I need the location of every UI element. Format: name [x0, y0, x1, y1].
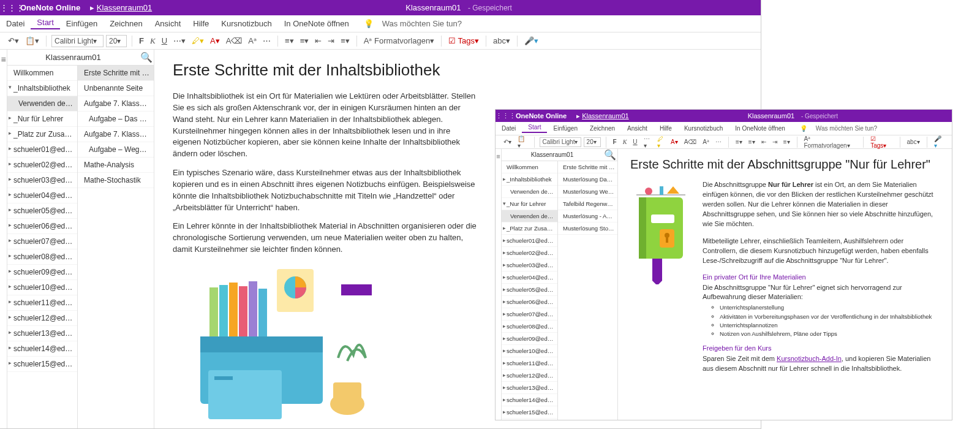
font-color-button[interactable]: A▾: [669, 139, 680, 145]
tellme-input[interactable]: Was möchten Sie tun?: [382, 19, 462, 28]
font-family-select[interactable]: Calibri Light ▾: [51, 35, 104, 47]
breadcrumb[interactable]: ▸ Klassenraum01: [571, 112, 634, 120]
nav-toggle[interactable]: ≡: [0, 50, 7, 428]
menu-hilfe[interactable]: Hilfe: [187, 19, 215, 28]
section-item[interactable]: ▸schueler01@edu.surfa…: [502, 235, 557, 247]
menu-ansicht[interactable]: Ansicht: [621, 125, 654, 132]
format-painter-button[interactable]: Aᵃ: [246, 36, 258, 45]
outdent-button[interactable]: ⇤: [313, 36, 323, 45]
menu-datei[interactable]: Datei: [496, 125, 522, 132]
page-item[interactable]: Mathe-Stochastik: [78, 173, 154, 188]
more-button[interactable]: ⋯: [714, 139, 723, 145]
app-launcher-icon[interactable]: ⋮⋮⋮: [0, 3, 15, 12]
section-item[interactable]: ▸schueler13@edu.surfa…: [502, 382, 557, 394]
section-item[interactable]: ▸_Platz zur Zusammena…: [7, 127, 77, 142]
dictate-button[interactable]: 🎤▾: [522, 36, 540, 45]
page-item[interactable]: Musterlösung Das Konserv…: [558, 173, 617, 186]
align-button[interactable]: ≡▾: [339, 36, 352, 45]
section-item[interactable]: ▸schueler12@edu.surfa…: [502, 370, 557, 382]
app-launcher-icon[interactable]: ⋮⋮⋮: [496, 112, 511, 120]
menu-in-onenote-öffnen[interactable]: In OneNote öffnen: [278, 19, 355, 28]
highlight-button[interactable]: 🖊▾: [190, 36, 206, 45]
page-item[interactable]: Aufgabe 7. Klasse Geograp…: [78, 127, 154, 142]
italic-button[interactable]: K: [621, 139, 629, 145]
bullets-button[interactable]: ≡▾: [283, 36, 296, 45]
section-item[interactable]: ▸schueler02@edu.surfa…: [502, 247, 557, 259]
bold-button[interactable]: F: [611, 139, 619, 145]
align-button[interactable]: ≡▾: [782, 139, 792, 145]
bold-button[interactable]: F: [137, 36, 146, 45]
breadcrumb-link[interactable]: Klassenraum01: [97, 3, 152, 12]
section-item[interactable]: ▸schueler13@edu.surfa…: [7, 326, 77, 341]
more-button[interactable]: ⋯: [261, 36, 273, 45]
section-item[interactable]: ▸schueler03@edu.surfa…: [7, 173, 77, 188]
section-item[interactable]: ▸schueler14@edu.surfa…: [502, 394, 557, 406]
styles-button[interactable]: Aᵃ Formatvorlagen▾: [362, 36, 436, 45]
section-item[interactable]: ▸schueler14@edu.surfa…: [7, 341, 77, 357]
breadcrumb[interactable]: ▸ Klassenraum01: [85, 3, 157, 12]
section-item[interactable]: ▸_Inhaltsbibliothek: [502, 173, 557, 186]
clear-format-button[interactable]: A⌫: [224, 36, 244, 45]
numbering-button[interactable]: ≡▾: [298, 36, 311, 45]
page-item[interactable]: Aufgabe – Das Konserva…: [78, 112, 154, 127]
section-item[interactable]: ▸schueler11@edu.surfa…: [502, 357, 557, 370]
page-item[interactable]: Aufgabe 7. Klasse Philosop…: [78, 96, 154, 112]
section-item[interactable]: ▸schueler07@edu.surfa…: [502, 308, 557, 321]
tellme-icon[interactable]: 💡: [364, 19, 374, 28]
font-family-select[interactable]: Calibri Light ▾: [540, 137, 581, 147]
page-content[interactable]: Erste Schritte mit der Abschnittsgruppe …: [618, 149, 952, 420]
dictate-button[interactable]: 🎤▾: [932, 135, 946, 149]
section-item[interactable]: ▾_Inhaltsbibliothek: [7, 81, 77, 96]
menu-zeichnen[interactable]: Zeichnen: [584, 125, 621, 132]
clipboard-button[interactable]: 📋▾: [516, 135, 529, 149]
search-icon[interactable]: 🔍: [139, 51, 154, 63]
section-item[interactable]: ▸schueler06@edu.surfa…: [7, 219, 77, 234]
outdent-button[interactable]: ⇤: [760, 139, 768, 145]
section-item[interactable]: ▸schueler15@edu.surfa…: [7, 357, 77, 372]
notebook-title[interactable]: Klassenraum01: [7, 53, 139, 62]
menu-start[interactable]: Start: [522, 124, 547, 133]
numbering-button[interactable]: ≡▾: [747, 139, 757, 145]
section-item[interactable]: ▸schueler03@edu.surfa…: [502, 259, 557, 271]
section-item[interactable]: ▸schueler12@edu.surfa…: [7, 311, 77, 326]
section-item[interactable]: ▸_Platz zur Zusammena…: [502, 222, 557, 235]
highlight-button[interactable]: 🖊▾: [655, 135, 666, 149]
section-item[interactable]: ▸schueler09@edu.surfa…: [7, 265, 77, 280]
page-item[interactable]: Erste Schritte mit der Absc…: [558, 161, 617, 173]
menu-einfügen[interactable]: Einfügen: [60, 19, 104, 28]
search-icon[interactable]: 🔍: [603, 149, 617, 161]
font-size-select[interactable]: 20 ▾: [106, 35, 127, 47]
notebook-title[interactable]: Klassenraum01: [502, 151, 603, 158]
menu-hilfe[interactable]: Hilfe: [654, 125, 678, 132]
section-item[interactable]: ▸schueler08@edu.surfa…: [7, 249, 77, 265]
section-item[interactable]: ▸schueler15@edu.surfa…: [502, 406, 557, 419]
indent-button[interactable]: ⇥: [771, 139, 779, 145]
undo-button[interactable]: ↶▾: [502, 139, 513, 145]
section-item[interactable]: ▾_Nur für Lehrer: [502, 198, 557, 210]
bullets-button[interactable]: ≡▾: [734, 139, 744, 145]
section-item[interactable]: ▸schueler07@edu.surfa…: [7, 234, 77, 249]
tags-button[interactable]: ☑ Tags▾: [869, 135, 894, 149]
page-item[interactable]: Mathe-Analysis: [78, 158, 154, 173]
menu-datei[interactable]: Datei: [0, 19, 31, 28]
page-item[interactable]: Tafelbild Regenwald: [558, 198, 617, 210]
menu-start[interactable]: Start: [31, 18, 59, 29]
styles-button[interactable]: Aᵃ Formatvorlagen▾: [802, 135, 859, 149]
menu-einfügen[interactable]: Einfügen: [547, 125, 583, 132]
nav-toggle[interactable]: ≡: [496, 149, 502, 420]
menu-ansicht[interactable]: Ansicht: [149, 19, 187, 28]
addin-link[interactable]: Kursnotizbuch-Add-In: [777, 355, 842, 362]
font-size-select[interactable]: 20 ▾: [584, 137, 601, 147]
breadcrumb-link[interactable]: Klassenraum01: [582, 112, 628, 120]
font-color-button[interactable]: A▾: [208, 36, 222, 45]
menu-kursnotizbuch[interactable]: Kursnotizbuch: [215, 19, 277, 28]
section-item[interactable]: ▸_Nur für Lehrer: [7, 112, 77, 127]
page-item[interactable]: Aufgabe – Wegbeschrei…: [78, 142, 154, 158]
section-item[interactable]: ▸schueler04@edu.surfa…: [502, 271, 557, 284]
section-item[interactable]: ▸schueler05@edu.surfa…: [7, 203, 77, 219]
tellme-input[interactable]: Was möchten Sie tun?: [816, 125, 877, 132]
page-item[interactable]: Musterlösung - Analysis: [558, 210, 617, 222]
section-item[interactable]: ▸schueler10@edu.surfa…: [502, 345, 557, 357]
section-item[interactable]: ▸schueler11@edu.surfa…: [7, 295, 77, 311]
format-painter-button[interactable]: Aᵃ: [701, 139, 711, 145]
